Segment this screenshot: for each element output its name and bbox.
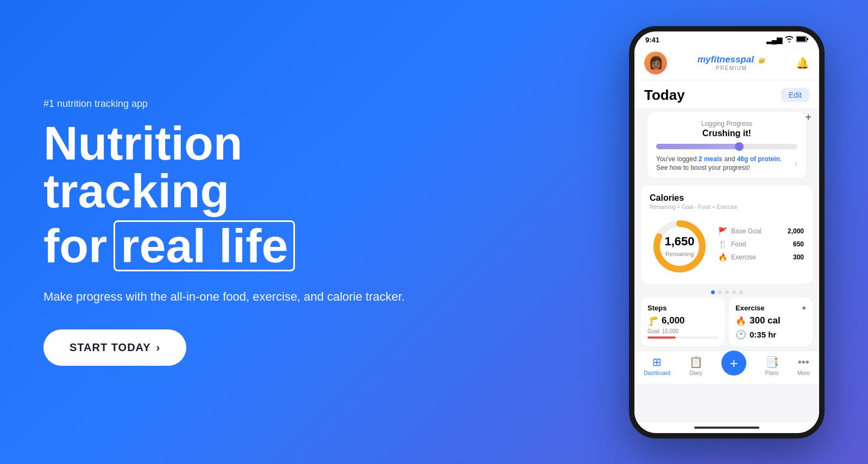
calorie-donut: 1,650 Remaining	[650, 217, 709, 276]
status-bar: 9:41 ▂▄▆	[634, 31, 819, 46]
avatar: 👩🏾	[644, 52, 667, 74]
nav-more-label: More	[797, 370, 810, 376]
bottom-cards: Steps 🦵 6,000 Goal: 15,000 Exercise +	[641, 297, 813, 346]
cta-button[interactable]: START TODAY ›	[43, 329, 186, 366]
dots-indicator	[634, 290, 819, 294]
steps-progress-bar	[647, 336, 718, 339]
bottom-nav: ⊞ Dashboard 📋 Diary + 📑 Plans ••• More	[634, 351, 819, 384]
progress-text: You've logged 2 meals and 46g of protein…	[656, 155, 795, 173]
steps-value: 🦵 6,000	[647, 315, 718, 326]
brand-sub: PREMIUM	[697, 65, 765, 71]
food-icon: 🍴	[718, 240, 728, 249]
progress-bar-thumb	[735, 142, 744, 151]
avatar-emoji: 👩🏾	[649, 56, 663, 70]
progress-description: You've logged 2 meals and 46g of protein…	[656, 155, 797, 173]
cta-chevron: ›	[156, 341, 161, 354]
svg-rect-2	[807, 38, 809, 40]
nav-diary-label: Diary	[689, 370, 702, 376]
home-bar	[694, 427, 759, 429]
crown-icon: 👑	[756, 57, 765, 63]
progress-arrow-icon: ›	[795, 157, 797, 169]
progress-bar	[656, 144, 797, 149]
tagline: #1 nutrition tracking app	[43, 98, 435, 110]
exercise-time-icon: 🕐	[735, 329, 746, 340]
steps-card: Steps 🦵 6,000 Goal: 15,000	[641, 297, 725, 346]
exercise-fire-icon: 🔥	[735, 316, 746, 326]
add-button[interactable]: +	[805, 111, 812, 124]
dot-1	[711, 290, 715, 294]
dot-3	[725, 290, 729, 294]
edit-button[interactable]: Edit	[781, 88, 809, 102]
exercise-time-row: 🕐 0:35 hr	[735, 329, 806, 340]
calories-body: 1,650 Remaining 🚩 Base Goal 2,000 🍴 Food	[650, 217, 804, 276]
exercise-label: Exercise	[731, 253, 756, 261]
steps-title: Steps	[647, 304, 718, 312]
exercise-card: Exercise + 🔥 300 cal 🕐 0:35 hr	[729, 297, 813, 346]
headline-line1: Nutrition tracking	[43, 119, 435, 215]
headline-line2: for real life	[43, 220, 435, 271]
app-brand: myfitnesspal 👑 PREMIUM	[697, 54, 765, 71]
diary-icon: 📋	[689, 355, 703, 368]
dot-5	[739, 290, 743, 294]
flame-icon: 🔥	[718, 253, 728, 262]
exercise-title: Exercise +	[735, 304, 806, 312]
steps-icon: 🦵	[647, 316, 658, 326]
food-value: 650	[793, 240, 804, 248]
calorie-remaining-label: Remaining	[665, 251, 694, 257]
steps-bar-fill	[647, 336, 676, 339]
phone-device: 9:41 ▂▄▆ 👩🏾 myfitnesspal 👑	[629, 26, 825, 438]
base-goal-label: Base Goal	[731, 227, 762, 235]
bell-icon[interactable]: 🔔	[796, 56, 809, 69]
exercise-row: 🔥 Exercise 300	[718, 253, 804, 262]
status-time: 9:41	[645, 36, 659, 44]
steps-goal: Goal: 15,000	[647, 328, 718, 334]
base-goal-row: 🚩 Base Goal 2,000	[718, 227, 804, 236]
calories-card: Calories Remaining = Goal - Food + Exerc…	[641, 186, 813, 284]
svg-rect-1	[797, 37, 806, 41]
dashboard-icon: ⊞	[652, 355, 662, 368]
calorie-center: 1,650 Remaining	[664, 234, 694, 258]
app-content: 👩🏾 myfitnesspal 👑 PREMIUM 🔔 Today Edit +	[634, 46, 819, 422]
signal-icon: ▂▄▆	[766, 36, 782, 44]
base-goal-value: 2,000	[788, 227, 804, 235]
today-title: Today	[644, 87, 685, 104]
food-label: Food	[731, 240, 746, 248]
dot-2	[718, 290, 722, 294]
nav-dashboard-label: Dashboard	[644, 370, 670, 376]
exercise-value: 300	[793, 253, 804, 261]
logging-progress-card: Logging Progress Crushing it! You've log…	[647, 112, 806, 179]
calories-breakdown: 🚩 Base Goal 2,000 🍴 Food 650 🔥 Exercise	[709, 227, 804, 266]
headline-highlight: real life	[114, 220, 295, 271]
dot-4	[732, 290, 736, 294]
progress-status: Crushing it!	[656, 129, 797, 138]
phone-mockup: 9:41 ▂▄▆ 👩🏾 myfitnesspal 👑	[629, 26, 825, 438]
wifi-icon	[785, 36, 794, 44]
status-icons: ▂▄▆	[766, 36, 808, 44]
nav-dashboard[interactable]: ⊞ Dashboard	[644, 355, 670, 376]
nav-more[interactable]: ••• More	[797, 356, 810, 376]
nav-diary[interactable]: 📋 Diary	[689, 355, 703, 376]
cta-label: START TODAY	[70, 341, 151, 354]
progress-bar-fill	[656, 144, 741, 149]
plans-icon: 📑	[765, 355, 779, 368]
nav-plans-label: Plans	[765, 370, 779, 376]
progress-label: Logging Progress	[656, 120, 797, 128]
battery-icon	[796, 36, 808, 44]
subtitle: Make progress with the all-in-one food, …	[43, 288, 435, 306]
home-indicator	[634, 422, 819, 433]
today-header: Today Edit	[634, 80, 819, 108]
food-row: 🍴 Food 650	[718, 240, 804, 249]
calorie-remaining: 1,650	[664, 234, 694, 249]
nav-add-button[interactable]: +	[721, 351, 746, 376]
headline-prefix: for	[43, 222, 107, 270]
nav-plans[interactable]: 📑 Plans	[765, 355, 779, 376]
app-header: 👩🏾 myfitnesspal 👑 PREMIUM 🔔	[634, 46, 819, 80]
more-icon: •••	[798, 356, 809, 368]
brand-name: myfitnesspal 👑	[697, 54, 765, 65]
calories-formula: Remaining = Goal - Food + Exercise	[650, 204, 804, 210]
calories-title: Calories	[650, 193, 804, 203]
exercise-add-icon[interactable]: +	[802, 304, 806, 312]
hero-section: #1 nutrition tracking app Nutrition trac…	[43, 98, 435, 366]
exercise-calories-row: 🔥 300 cal	[735, 315, 806, 326]
flag-icon: 🚩	[718, 227, 728, 236]
